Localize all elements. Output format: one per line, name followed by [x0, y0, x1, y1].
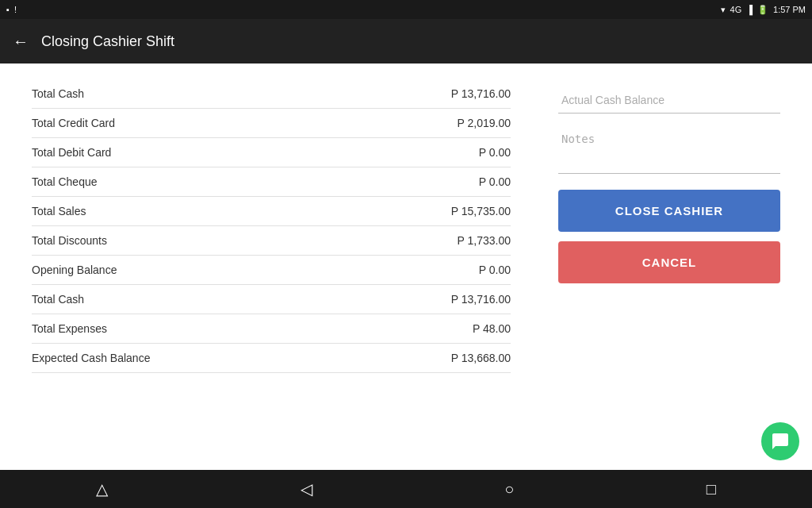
chat-icon: [771, 432, 790, 451]
table-row: Total CashP 13,716.00: [32, 285, 511, 314]
table-row: Total SalesP 15,735.00: [32, 197, 511, 226]
table-row: Total Credit CardP 2,019.00: [32, 109, 511, 138]
notes-input[interactable]: [558, 126, 780, 174]
alert-icon: !: [14, 5, 17, 14]
right-panel: CLOSE CASHIER CANCEL: [558, 79, 780, 454]
wifi-icon: ▾: [721, 5, 726, 15]
back-nav-icon[interactable]: ◁: [301, 479, 312, 498]
row-amount: P 13,668.00: [451, 352, 511, 364]
row-label: Opening Balance: [32, 264, 117, 276]
main-content: Total CashP 13,716.00Total Credit CardP …: [0, 64, 812, 470]
actual-cash-balance-input[interactable]: [558, 87, 780, 114]
table-row: Opening BalanceP 0.00: [32, 256, 511, 285]
status-bar: ▪ ! ▾ 4G ▐ 🔋 1:57 PM: [0, 0, 812, 19]
row-label: Total Cheque: [32, 175, 98, 188]
signal-label: 4G: [730, 5, 742, 14]
circle-nav-icon[interactable]: ○: [504, 480, 514, 498]
row-amount: P 2,019.00: [458, 117, 511, 129]
signal-bars-icon: ▐: [746, 5, 753, 14]
summary-panel: Total CashP 13,716.00Total Credit CardP …: [32, 79, 511, 454]
row-amount: P 13,716.00: [451, 293, 511, 306]
chat-fab[interactable]: [761, 422, 799, 460]
row-label: Total Cash: [32, 293, 84, 306]
row-amount: P 48.00: [473, 322, 511, 335]
home-nav-icon[interactable]: △: [96, 479, 108, 498]
battery-icon: 🔋: [757, 5, 768, 15]
table-row: Total DiscountsP 1,733.00: [32, 226, 511, 256]
row-label: Expected Cash Balance: [32, 352, 150, 364]
status-left: ▪ !: [6, 5, 17, 14]
row-label: Total Expenses: [32, 322, 107, 335]
row-amount: P 15,735.00: [451, 205, 511, 217]
back-button[interactable]: ←: [13, 33, 29, 51]
row-amount: P 13,716.00: [451, 87, 511, 100]
close-cashier-button[interactable]: CLOSE CASHIER: [558, 190, 780, 232]
row-label: Total Cash: [32, 87, 84, 100]
row-label: Total Debit Card: [32, 146, 111, 159]
row-label: Total Credit Card: [32, 117, 115, 129]
top-bar: ← Closing Cashier Shift: [0, 19, 812, 64]
square-nav-icon[interactable]: □: [707, 480, 716, 498]
table-row: Total ChequeP 0.00: [32, 167, 511, 197]
row-label: Total Sales: [32, 205, 86, 217]
row-amount: P 0.00: [479, 146, 511, 159]
status-right: ▾ 4G ▐ 🔋 1:57 PM: [721, 5, 806, 15]
row-amount: P 0.00: [479, 175, 511, 188]
row-amount: P 0.00: [479, 264, 511, 276]
bottom-nav: △ ◁ ○ □: [0, 470, 812, 508]
table-row: Total CashP 13,716.00: [32, 79, 511, 109]
time-label: 1:57 PM: [773, 5, 806, 14]
table-row: Total ExpensesP 48.00: [32, 314, 511, 344]
row-amount: P 1,733.00: [458, 234, 511, 247]
table-row: Expected Cash BalanceP 13,668.00: [32, 344, 511, 373]
row-label: Total Discounts: [32, 234, 107, 247]
table-row: Total Debit CardP 0.00: [32, 138, 511, 167]
notif-icon: ▪: [6, 5, 10, 14]
page-title: Closing Cashier Shift: [41, 33, 174, 50]
cancel-button[interactable]: CANCEL: [558, 241, 780, 283]
